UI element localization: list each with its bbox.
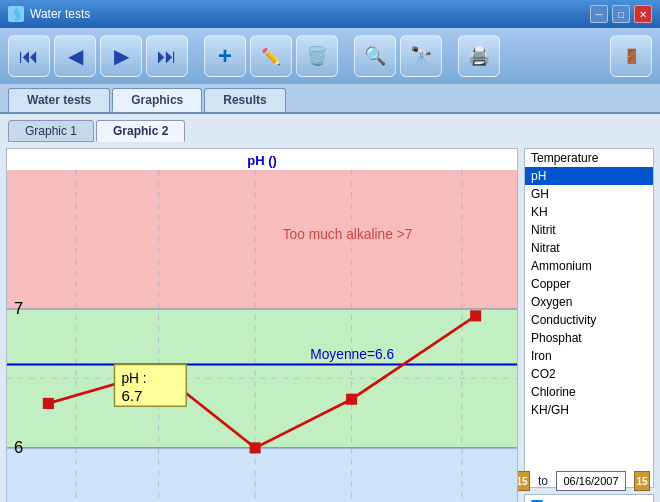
svg-text:Too much alkaline >7: Too much alkaline >7 [283, 226, 413, 242]
toolbar: ⏮ ◀ ▶ ⏭ + ✏️ 🗑️ 🔍 🔭 🖨️ 🚪 [0, 28, 660, 84]
date-to-button[interactable]: 15 [634, 471, 650, 491]
options-box: AverageLimitsActive points [524, 494, 654, 502]
svg-rect-15 [346, 394, 357, 405]
param-item-co2[interactable]: CO2 [525, 365, 653, 383]
param-item-temperature[interactable]: Temperature [525, 149, 653, 167]
chart-title: pH () [7, 149, 517, 170]
param-item-chlorine[interactable]: Chlorine [525, 383, 653, 401]
tab-water-tests[interactable]: Water tests [8, 88, 110, 112]
svg-rect-12 [43, 398, 54, 409]
edit-button[interactable]: ✏️ [250, 35, 292, 77]
content-area: Graphic 1 Graphic 2 pH () [0, 112, 660, 464]
param-item-kh-gh[interactable]: KH/GH [525, 401, 653, 419]
close-button[interactable]: ✕ [634, 5, 652, 23]
chart-inner: 7 6 1/3/2007 1/10/2007 1/24/2007 2/7/200… [7, 170, 517, 502]
param-item-conductivity[interactable]: Conductivity [525, 311, 653, 329]
svg-text:6.7: 6.7 [121, 387, 142, 404]
main-panel: pH () [0, 142, 660, 502]
svg-rect-2 [7, 448, 517, 502]
title-bar: 💧 Water tests ─ □ ✕ [0, 0, 660, 28]
param-item-ph[interactable]: pH [525, 167, 653, 185]
nav-tabs: Water tests Graphics Results [0, 84, 660, 112]
param-item-gh[interactable]: GH [525, 185, 653, 203]
delete-button[interactable]: 🗑️ [296, 35, 338, 77]
add-button[interactable]: + [204, 35, 246, 77]
chart-container: pH () [6, 148, 518, 502]
param-item-nitrat[interactable]: Nitrat [525, 239, 653, 257]
back-button[interactable]: ◀ [54, 35, 96, 77]
to-label: to [538, 474, 548, 488]
svg-rect-14 [250, 442, 261, 453]
app-icon: 💧 [8, 6, 24, 22]
param-item-ammonium[interactable]: Ammonium [525, 257, 653, 275]
print-button[interactable]: 🖨️ [458, 35, 500, 77]
maximize-button[interactable]: □ [612, 5, 630, 23]
sub-tabs: Graphic 1 Graphic 2 [0, 114, 660, 142]
date-to-input[interactable] [556, 471, 626, 491]
tab-graphic2[interactable]: Graphic 2 [96, 120, 185, 142]
param-item-phosphat[interactable]: Phosphat [525, 329, 653, 347]
param-item-nitrit[interactable]: Nitrit [525, 221, 653, 239]
tab-graphics[interactable]: Graphics [112, 88, 202, 112]
title-bar-buttons: ─ □ ✕ [590, 5, 652, 23]
exit-button[interactable]: 🚪 [610, 35, 652, 77]
minimize-button[interactable]: ─ [590, 5, 608, 23]
tab-graphic1[interactable]: Graphic 1 [8, 120, 94, 142]
chart-svg: 7 6 1/3/2007 1/10/2007 1/24/2007 2/7/200… [7, 170, 517, 502]
window-title: Water tests [30, 7, 90, 21]
param-item-iron[interactable]: Iron [525, 347, 653, 365]
svg-text:6: 6 [14, 438, 23, 457]
svg-text:Moyenne=6.6: Moyenne=6.6 [310, 346, 394, 362]
svg-text:7: 7 [14, 299, 23, 318]
binoculars-button[interactable]: 🔭 [400, 35, 442, 77]
tab-results[interactable]: Results [204, 88, 285, 112]
parameter-list: TemperaturepHGHKHNitritNitratAmmoniumCop… [524, 148, 654, 488]
param-item-oxygen[interactable]: Oxygen [525, 293, 653, 311]
param-item-kh[interactable]: KH [525, 203, 653, 221]
skip-forward-button[interactable]: ⏭ [146, 35, 188, 77]
param-item-copper[interactable]: Copper [525, 275, 653, 293]
svg-rect-0 [7, 170, 517, 309]
svg-text:pH :: pH : [121, 370, 146, 386]
search-button[interactable]: 🔍 [354, 35, 396, 77]
svg-rect-16 [470, 310, 481, 321]
skip-back-button[interactable]: ⏮ [8, 35, 50, 77]
forward-button[interactable]: ▶ [100, 35, 142, 77]
right-panel: TemperaturepHGHKHNitritNitratAmmoniumCop… [524, 148, 654, 502]
